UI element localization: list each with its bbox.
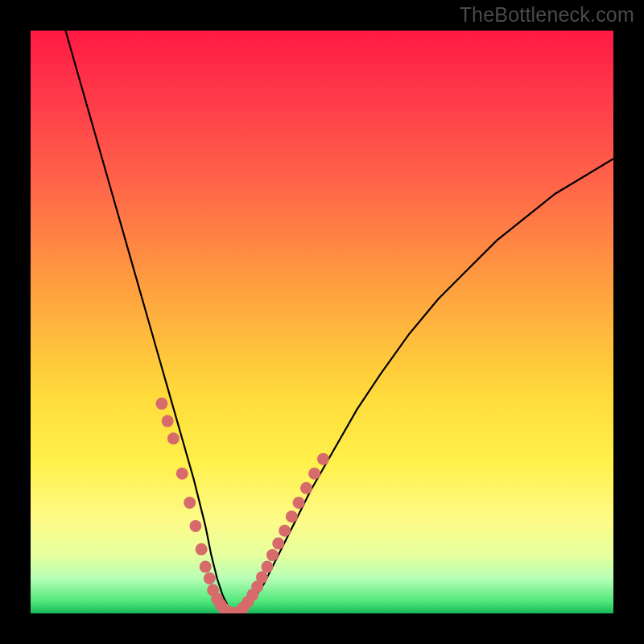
marker-dot xyxy=(308,468,320,480)
plot-area xyxy=(31,31,613,613)
highlight-markers xyxy=(155,398,329,613)
marker-dot xyxy=(189,520,201,532)
marker-dot xyxy=(196,543,208,555)
marker-dot xyxy=(184,497,196,509)
marker-dot xyxy=(286,510,298,522)
marker-dot xyxy=(176,468,188,480)
marker-dot xyxy=(261,561,273,573)
marker-dot xyxy=(293,497,305,509)
curve-layer xyxy=(31,31,613,613)
marker-dot xyxy=(279,525,291,537)
marker-dot xyxy=(256,572,268,584)
marker-dot xyxy=(272,538,284,550)
marker-dot xyxy=(317,453,329,465)
marker-dot xyxy=(155,398,167,410)
watermark-text: TheBottleneck.com xyxy=(460,3,634,27)
marker-dot xyxy=(300,482,312,494)
marker-dot xyxy=(162,415,174,427)
marker-dot xyxy=(266,549,279,561)
marker-dot xyxy=(200,561,212,573)
marker-dot xyxy=(204,572,216,584)
chart-frame: TheBottleneck.com xyxy=(0,0,644,644)
bottleneck-curve xyxy=(65,31,613,613)
marker-dot xyxy=(167,432,180,444)
